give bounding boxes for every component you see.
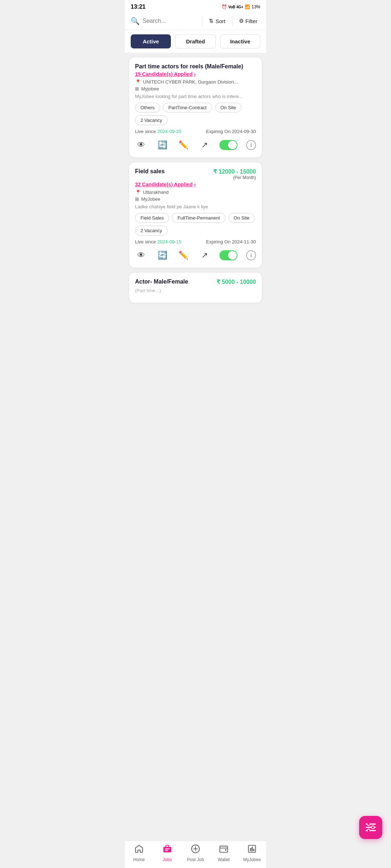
share-button-2[interactable]: ↗ xyxy=(198,249,211,262)
dates-row-2: Live since 2024-09-15 Expiring On 2024-1… xyxy=(135,239,256,244)
job-salary-2: ₹ 12000 - 15000 xyxy=(213,168,256,175)
live-date-1: 2024-09-20 xyxy=(157,129,181,134)
chevron-right-icon-2: › xyxy=(194,182,196,187)
network-icon: VoB 4G+ xyxy=(228,5,243,9)
refresh-button-2[interactable]: 🔄 xyxy=(156,249,168,262)
location-text-1: UNITECH CYBER PARK, Gurgaon Division... xyxy=(143,79,238,85)
job-location-2: 📍 Uttarakhand xyxy=(135,190,256,195)
myjobee-icon xyxy=(247,844,257,856)
job-partial-label: (Part time...) xyxy=(135,288,256,293)
filter-label: Filter xyxy=(245,18,257,24)
job-header-row-3: Actor- Male/Female ₹ 5000 - 10000 xyxy=(135,278,256,286)
location-icon-1: 📍 xyxy=(135,79,141,85)
tag-vacancy-2: 2 Vacancy xyxy=(135,226,168,235)
tag-others: Others xyxy=(135,103,160,112)
refresh-button-1[interactable]: 🔄 xyxy=(156,139,168,152)
info-button-1[interactable]: ℹ xyxy=(246,140,256,150)
job-desc-1: MyJobee looking for part time actors who… xyxy=(135,94,256,99)
nav-jobs-label: Jobs xyxy=(163,857,172,862)
status-bar: 13:21 ⏰ VoB 4G+ 📶 13% xyxy=(125,0,266,12)
nav-home-label: Home xyxy=(133,857,145,862)
edit-button-1[interactable]: ✏️ xyxy=(177,139,190,152)
nav-myjobee[interactable]: MyJobee xyxy=(238,844,266,862)
company-name-2: MyJobee xyxy=(141,196,160,202)
svg-rect-8 xyxy=(165,850,168,851)
svg-rect-13 xyxy=(250,848,251,851)
nav-postjob-label: Post Job xyxy=(187,857,204,862)
tab-active[interactable]: Active xyxy=(131,34,171,48)
job-tags-2: Field Sales FullTime-Permanent On Site 2… xyxy=(135,213,256,235)
tag-fieldsales: Field Sales xyxy=(135,213,169,223)
salary-period-2: (Per Month) xyxy=(213,175,256,180)
job-salary-3: ₹ 5000 - 10000 xyxy=(216,278,256,285)
job-location-1: 📍 UNITECH CYBER PARK, Gurgaon Division..… xyxy=(135,79,256,85)
tag-onsite-2: On Site xyxy=(228,213,255,223)
search-bar: 🔍 ⇅ Sort ⚙ Filter xyxy=(125,12,266,30)
candidates-applied-1[interactable]: 15 Candidate(s) Applied › xyxy=(135,71,256,77)
search-divider xyxy=(202,16,202,26)
tag-parttime-contract: PartTime-Contract xyxy=(163,103,212,112)
jobs-icon xyxy=(163,844,172,856)
info-button-2[interactable]: ℹ xyxy=(246,250,256,260)
tab-inactive[interactable]: Inactive xyxy=(220,34,260,48)
postjob-icon xyxy=(191,844,200,856)
company-meta-1: ⊞ Myjobee xyxy=(135,86,256,92)
nav-wallet-label: Wallet xyxy=(218,857,230,862)
live-since-2: Live since 2024-09-15 xyxy=(135,239,181,244)
job-title-3: Actor- Male/Female xyxy=(135,278,188,285)
expiring-1: Expiring On 2024-09-30 xyxy=(206,129,256,134)
view-button-2[interactable]: 👁 xyxy=(135,249,147,262)
job-card-3: Actor- Male/Female ₹ 5000 - 10000 (Part … xyxy=(129,273,262,303)
svg-rect-14 xyxy=(252,847,253,851)
nav-home[interactable]: Home xyxy=(125,844,153,862)
candidates-count-2: 32 Candidate(s) Applied xyxy=(135,182,193,187)
search-icon: 🔍 xyxy=(131,17,140,25)
job-card-2: Field sales ₹ 12000 - 15000 (Per Month) … xyxy=(129,162,262,268)
status-time: 13:21 xyxy=(131,4,146,10)
job-title-2: Field sales xyxy=(135,168,165,175)
svg-rect-10 xyxy=(220,846,228,852)
filter-button[interactable]: ⚙ Filter xyxy=(236,16,260,26)
candidates-applied-2[interactable]: 32 Candidate(s) Applied › xyxy=(135,182,256,187)
home-icon xyxy=(134,844,144,856)
sort-label: Sort xyxy=(215,18,226,24)
job-list: Part time actors for reels (Male/Female)… xyxy=(125,53,266,339)
nav-postjob[interactable]: Post Job xyxy=(181,844,210,862)
battery-icon: 13% xyxy=(252,4,260,9)
job-card-1: Part time actors for reels (Male/Female)… xyxy=(129,58,262,157)
toggle-1[interactable] xyxy=(219,140,237,150)
filter-icon: ⚙ xyxy=(239,18,244,24)
salary-block-3: ₹ 5000 - 10000 xyxy=(216,278,256,285)
tab-bar: Active Drafted Inactive xyxy=(125,30,266,53)
company-icon-2: ⊞ xyxy=(135,196,139,202)
salary-block-2: ₹ 12000 - 15000 (Per Month) xyxy=(213,168,256,180)
search-input[interactable] xyxy=(143,18,198,24)
search-input-wrap: 🔍 xyxy=(131,17,198,25)
actions-row-2: 👁 🔄 ✏️ ↗ ℹ xyxy=(135,249,256,262)
job-header-row-2: Field sales ₹ 12000 - 15000 (Per Month) xyxy=(135,168,256,180)
edit-button-2[interactable]: ✏️ xyxy=(177,249,190,262)
tag-onsite-1: On Site xyxy=(215,103,241,112)
tab-drafted[interactable]: Drafted xyxy=(175,34,215,48)
toggle-2[interactable] xyxy=(219,250,237,260)
company-name-1: Myjobee xyxy=(141,86,159,92)
nav-myjobee-label: MyJobee xyxy=(243,857,261,862)
tag-vacancy-1: 2 Vacancy xyxy=(135,115,168,125)
location-icon-2: 📍 xyxy=(135,190,141,195)
job-desc-2: Ladke chahiye field pe Jaane k liye xyxy=(135,204,256,209)
view-button-1[interactable]: 👁 xyxy=(135,139,147,152)
wallet-icon xyxy=(219,844,228,856)
candidates-count-1: 15 Candidate(s) Applied xyxy=(135,71,193,77)
sort-button[interactable]: ⇅ Sort xyxy=(206,16,228,26)
company-meta-2: ⊞ MyJobee xyxy=(135,196,256,202)
sort-icon: ⇅ xyxy=(209,18,214,24)
nav-wallet[interactable]: Wallet xyxy=(210,844,238,862)
svg-point-11 xyxy=(225,849,226,851)
tag-fulltime-perm: FullTime-Permanent xyxy=(172,213,225,223)
location-text-2: Uttarakhand xyxy=(143,190,169,195)
share-button-1[interactable]: ↗ xyxy=(198,139,211,152)
live-since-1: Live since 2024-09-20 xyxy=(135,129,181,134)
job-tags-1: Others PartTime-Contract On Site 2 Vacan… xyxy=(135,103,256,125)
nav-jobs[interactable]: Jobs xyxy=(153,844,181,862)
status-icons: ⏰ VoB 4G+ 📶 13% xyxy=(222,4,260,9)
